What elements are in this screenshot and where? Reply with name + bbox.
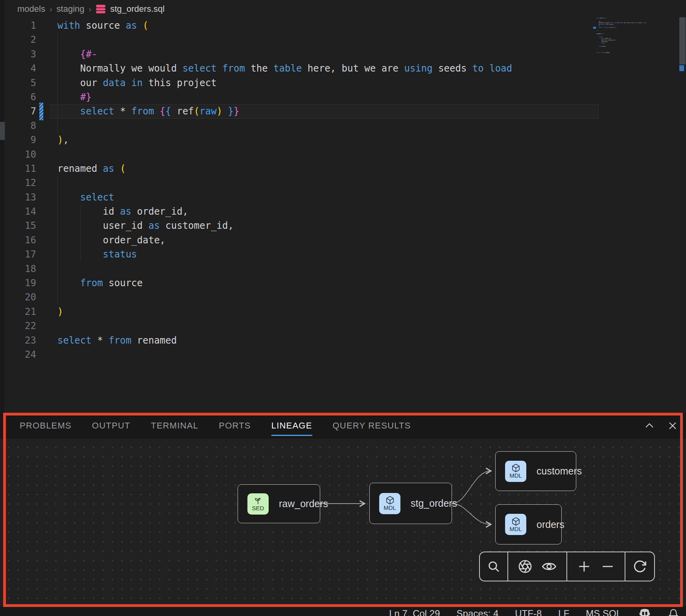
- code-line-7[interactable]: 7 select * from {{ ref(raw) }}: [6, 104, 599, 118]
- code-line-18[interactable]: 18: [6, 262, 599, 276]
- line-number: 7: [6, 104, 36, 118]
- tab-ports[interactable]: PORTS: [219, 421, 251, 431]
- lineage-node-raw_orders[interactable]: SEDraw_orders: [238, 484, 320, 523]
- line-number: 4: [6, 61, 36, 75]
- tab-problems[interactable]: PROBLEMS: [20, 421, 72, 431]
- modified-line-marker: [39, 103, 43, 120]
- breadcrumb: models › staging › stg_orders.sql: [6, 0, 686, 18]
- code-line-13[interactable]: 13 select: [6, 190, 599, 204]
- panel-close-button[interactable]: [668, 421, 677, 430]
- code-line-19[interactable]: 19 from source: [6, 276, 599, 290]
- database-icon: [96, 4, 106, 14]
- tab-output[interactable]: OUTPUT: [92, 421, 131, 431]
- code-line-24[interactable]: 24: [6, 348, 599, 362]
- line-number: 17: [6, 247, 36, 261]
- overview-ruler-modified-marker: [679, 65, 684, 71]
- aperture-icon[interactable]: [518, 559, 532, 574]
- line-number: 21: [6, 305, 36, 319]
- search-icon[interactable]: [487, 560, 500, 573]
- node-label: orders: [537, 519, 564, 530]
- line-number: 22: [6, 319, 36, 333]
- panel-maximize-button[interactable]: [644, 422, 655, 429]
- tab-query-results[interactable]: QUERY RESULTS: [333, 421, 411, 431]
- code-line-15[interactable]: 15 user_id as customer_id,: [6, 219, 599, 233]
- line-number: 15: [6, 219, 36, 233]
- line-number: 19: [6, 276, 36, 290]
- line-number: 6: [6, 90, 36, 104]
- code-line-8[interactable]: 8: [6, 119, 599, 133]
- code-line-10[interactable]: 10: [6, 147, 599, 162]
- line-number: 12: [6, 176, 36, 190]
- line-number: 24: [6, 348, 36, 362]
- code-line-1[interactable]: 1with source as (: [6, 18, 599, 33]
- seed-icon: SED: [247, 493, 269, 515]
- line-number: 20: [6, 290, 36, 304]
- breadcrumb-item-staging[interactable]: staging: [57, 4, 85, 14]
- zoom-out-icon[interactable]: [601, 560, 614, 573]
- status-item[interactable]: MS SQL: [586, 608, 621, 616]
- lineage-edges: [0, 439, 686, 608]
- line-number: 23: [6, 333, 36, 348]
- status-item[interactable]: UTF-8: [515, 608, 542, 616]
- minimap-modified-marker: [593, 27, 596, 29]
- left-scrollbar-thumb[interactable]: [0, 122, 5, 140]
- code-line-9[interactable]: 9),: [6, 133, 599, 147]
- code-editor[interactable]: 1with source as (23 {#-4 Normally we wou…: [6, 18, 599, 362]
- status-bar: Ln 7, Col 29Spaces: 4UTF-8LFMS SQL: [0, 606, 686, 616]
- minimap[interactable]: with source as ( {#- Normally we would s…: [596, 17, 657, 55]
- line-number: 18: [6, 262, 36, 276]
- tab-lineage[interactable]: LINEAGE: [271, 421, 312, 431]
- chevron-right-icon: ›: [89, 5, 92, 14]
- model-icon: MDL: [505, 514, 526, 535]
- activity-bar-edge: [0, 0, 5, 413]
- line-number: 10: [6, 147, 36, 162]
- chevron-right-icon: ›: [50, 5, 52, 14]
- zoom-in-icon[interactable]: [577, 560, 591, 573]
- model-icon: MDL: [505, 461, 526, 482]
- copilot-icon[interactable]: [638, 609, 651, 616]
- code-line-20[interactable]: 20: [6, 290, 599, 304]
- code-line-14[interactable]: 14 id as order_id,: [6, 204, 599, 219]
- code-line-21[interactable]: 21): [6, 305, 599, 319]
- status-item[interactable]: Ln 7, Col 29: [389, 608, 440, 616]
- code-line-5[interactable]: 5 our data in this project: [6, 76, 599, 90]
- refresh-icon[interactable]: [633, 559, 647, 574]
- code-line-11[interactable]: 11renamed as (: [6, 162, 599, 176]
- line-number: 9: [6, 133, 36, 147]
- node-label: stg_orders: [411, 498, 457, 509]
- lineage-node-orders[interactable]: MDLorders: [495, 504, 562, 544]
- eye-icon[interactable]: [542, 559, 557, 574]
- code-line-24: [596, 53, 657, 55]
- code-line-16[interactable]: 16 order_date,: [6, 233, 599, 247]
- line-number: 14: [6, 204, 36, 219]
- breadcrumb-item-models[interactable]: models: [17, 4, 45, 14]
- status-item[interactable]: Spaces: 4: [457, 608, 499, 616]
- code-line-6[interactable]: 6 #}: [6, 90, 599, 104]
- lineage-node-customers[interactable]: MDLcustomers: [495, 451, 576, 491]
- code-line-4[interactable]: 4 Normally we would select from the tabl…: [6, 61, 599, 75]
- lineage-toolbar: [479, 552, 655, 581]
- code-line-12[interactable]: 12: [6, 176, 599, 190]
- code-line-23[interactable]: 23select * from renamed: [6, 333, 599, 348]
- line-number: 16: [6, 233, 36, 247]
- line-number: 13: [6, 190, 36, 204]
- code-line-2[interactable]: 2: [6, 33, 599, 47]
- editor-scrollbar[interactable]: [679, 17, 686, 64]
- line-number: 2: [6, 33, 36, 47]
- breadcrumb-file[interactable]: stg_orders.sql: [110, 4, 164, 14]
- code-line-22[interactable]: 22: [6, 319, 599, 333]
- lineage-canvas[interactable]: SEDraw_ordersMDLstg_ordersMDLcustomersMD…: [0, 439, 686, 608]
- code-line-17[interactable]: 17 status: [6, 247, 599, 261]
- line-number: 5: [6, 76, 36, 90]
- model-icon: MDL: [379, 493, 400, 514]
- line-number: 3: [6, 47, 36, 61]
- panel-tab-bar: PROBLEMSOUTPUTTERMINALPORTSLINEAGEQUERY …: [0, 413, 686, 439]
- tab-terminal[interactable]: TERMINAL: [151, 421, 199, 431]
- node-label: customers: [537, 465, 582, 477]
- line-number: 8: [6, 119, 36, 133]
- status-item[interactable]: LF: [558, 608, 569, 616]
- bell-icon[interactable]: [668, 608, 679, 616]
- lineage-node-stg_orders[interactable]: MDLstg_orders: [369, 483, 452, 524]
- code-line-3[interactable]: 3 {#-: [6, 47, 599, 61]
- bottom-panel: PROBLEMSOUTPUTTERMINALPORTSLINEAGEQUERY …: [0, 413, 686, 608]
